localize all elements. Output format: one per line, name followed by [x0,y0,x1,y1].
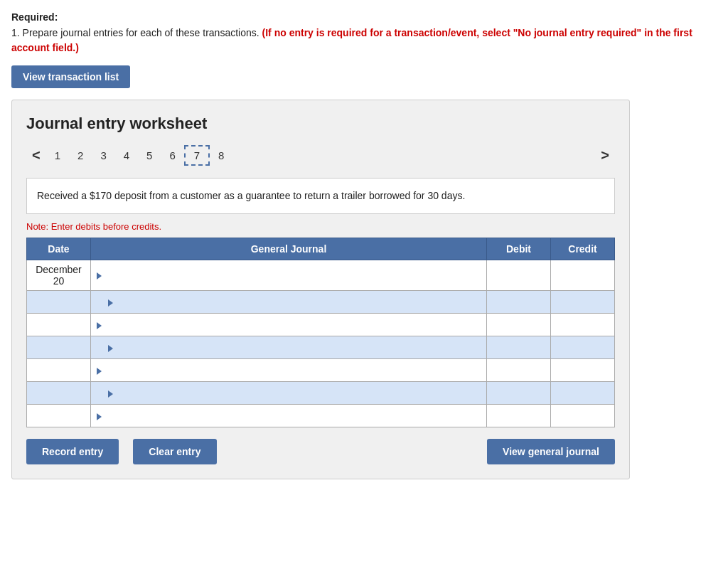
journal-cell-2[interactable] [91,291,487,314]
col-general-journal: General Journal [91,238,487,260]
page-6[interactable]: 6 [161,147,183,164]
debit-cell-3[interactable] [487,314,551,336]
pagination: < 1 2 3 4 5 6 7 8 > [26,144,615,166]
debit-cell-5[interactable] [487,359,551,382]
credit-input-1[interactable] [562,270,609,281]
action-buttons: Record entry Clear entry View general jo… [26,439,615,464]
required-text: 1. Prepare journal entries for each of t… [11,26,717,55]
debit-input-7[interactable] [498,411,545,422]
table-row [27,291,615,314]
triangle-icon-2 [108,299,113,307]
debit-cell-7[interactable] [487,405,551,427]
credit-input-6[interactable] [562,388,609,399]
debit-input-2[interactable] [498,297,545,308]
triangle-icon-6 [108,390,113,398]
journal-cell-3[interactable] [91,314,487,336]
worksheet-container: Journal entry worksheet < 1 2 3 4 5 6 7 … [11,100,630,479]
credit-input-2[interactable] [562,297,609,308]
journal-cell-1[interactable] [91,260,487,291]
col-date: Date [27,238,91,260]
journal-input-5[interactable] [107,366,414,376]
date-cell-5 [27,359,91,382]
prev-page-button[interactable]: < [26,144,46,166]
debit-cell-2[interactable] [487,291,551,314]
credit-cell-1[interactable] [551,260,615,291]
credit-input-3[interactable] [562,320,609,331]
credit-input-4[interactable] [562,343,609,353]
clear-entry-button[interactable]: Clear entry [133,439,216,464]
page-3[interactable]: 3 [92,147,114,164]
journal-input-6[interactable] [119,388,398,399]
date-cell-2 [27,291,91,314]
journal-table: Date General Journal Debit Credit Decemb… [26,238,615,427]
record-entry-button[interactable]: Record entry [26,439,119,464]
col-debit: Debit [487,238,551,260]
worksheet-title: Journal entry worksheet [26,115,615,133]
debit-input-1[interactable] [498,270,545,281]
journal-input-2[interactable] [119,297,398,308]
instruction-plain: 1. Prepare journal entries for each of t… [11,27,259,38]
debit-cell-4[interactable] [487,336,551,359]
page-7[interactable]: 7 [184,145,210,166]
table-row [27,405,615,427]
credit-cell-6[interactable] [551,382,615,405]
required-section: Required: 1. Prepare journal entries for… [11,11,717,55]
debit-input-5[interactable] [498,366,545,376]
credit-cell-7[interactable] [551,405,615,427]
date-cell-6 [27,382,91,405]
triangle-icon-5 [97,368,102,375]
transaction-description: Received a $170 deposit from a customer … [26,178,615,214]
debit-input-6[interactable] [498,388,545,399]
credit-cell-5[interactable] [551,359,615,382]
page-5[interactable]: 5 [138,147,161,164]
triangle-icon-3 [97,322,102,329]
journal-cell-7[interactable] [91,405,487,427]
journal-input-7[interactable] [107,411,414,422]
date-cell-1: December20 [27,260,91,291]
journal-cell-4[interactable] [91,336,487,359]
date-cell-3 [27,314,91,336]
page-2[interactable]: 2 [69,147,92,164]
table-row [27,336,615,359]
table-row [27,382,615,405]
journal-cell-5[interactable] [91,359,487,382]
debit-cell-1[interactable] [487,260,551,291]
debit-input-3[interactable] [498,320,545,331]
required-label: Required: [11,11,717,23]
col-credit: Credit [551,238,615,260]
page-1[interactable]: 1 [46,147,69,164]
credit-cell-3[interactable] [551,314,615,336]
next-page-button[interactable]: > [595,144,615,166]
triangle-icon-1 [97,272,102,280]
view-transaction-button[interactable]: View transaction list [11,65,130,88]
date-cell-7 [27,405,91,427]
table-row: December20 [27,260,615,291]
credit-input-7[interactable] [562,411,609,422]
credit-cell-2[interactable] [551,291,615,314]
journal-input-3[interactable] [107,320,414,331]
date-cell-4 [27,336,91,359]
triangle-icon-7 [97,413,102,420]
note-text: Note: Enter debits before credits. [26,221,615,232]
debit-cell-6[interactable] [487,382,551,405]
view-general-journal-button[interactable]: View general journal [487,439,615,464]
journal-input-1[interactable] [107,270,414,281]
table-row [27,359,615,382]
page-4[interactable]: 4 [115,147,138,164]
credit-input-5[interactable] [562,366,609,376]
journal-input-4[interactable] [119,343,398,353]
triangle-icon-4 [108,345,113,352]
debit-input-4[interactable] [498,343,545,353]
table-row [27,314,615,336]
journal-cell-6[interactable] [91,382,487,405]
credit-cell-4[interactable] [551,336,615,359]
page-8[interactable]: 8 [210,147,232,164]
